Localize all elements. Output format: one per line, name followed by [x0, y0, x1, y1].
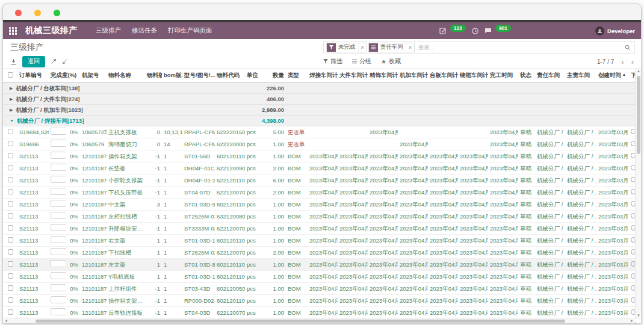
close-window-button[interactable] — [15, 10, 22, 16]
table-row[interactable]: S211130%12101187下扣线槽11ST2626M-02…6221200… — [3, 247, 640, 259]
minimize-window-button[interactable] — [34, 10, 41, 16]
column-header[interactable]: 物料名称 — [107, 69, 145, 83]
pager-prev-button[interactable]: ‹ — [621, 58, 624, 66]
expand-icon[interactable] — [51, 58, 57, 64]
row-checkbox[interactable] — [8, 153, 13, 158]
filters-button[interactable]: 筛选 — [323, 57, 342, 66]
message-count-badge[interactable]: 901 — [495, 25, 511, 32]
row-checkbox[interactable] — [8, 225, 13, 231]
progress-input[interactable] — [51, 260, 66, 267]
scroll-down-icon[interactable]: ▼ — [636, 314, 641, 317]
group-row[interactable]: ▶机械分厂 / 机加车间[1023]2,989.00 — [3, 105, 640, 116]
vertical-scrollbar[interactable]: ▲ ▼ — [635, 69, 641, 318]
edit-activity-icon[interactable] — [439, 27, 447, 34]
row-checkbox[interactable] — [8, 177, 13, 182]
progress-input[interactable] — [51, 200, 66, 207]
horizontal-scroll-thumb[interactable] — [36, 320, 565, 323]
column-header[interactable]: 数量 — [258, 69, 286, 83]
row-checkbox[interactable] — [8, 237, 13, 243]
column-header[interactable]: 类型 — [286, 69, 308, 83]
column-header[interactable]: 完成度(%) — [49, 69, 80, 83]
table-row[interactable]: S211130%12101187右支架11ST01-03D-1060212011… — [3, 235, 640, 247]
column-header[interactable]: 单位 — [245, 69, 258, 83]
search-input[interactable] — [416, 44, 624, 51]
table-row[interactable]: S211130%12101187左柜扣线槽-11ST2526M-02…63212… — [3, 211, 640, 223]
row-checkbox[interactable] — [8, 285, 13, 291]
row-checkbox[interactable] — [8, 309, 13, 315]
checkbox-icon[interactable] — [8, 72, 13, 78]
table-row[interactable]: S211130%12101187上丝杆组件-11ST03-43D60212005… — [3, 283, 640, 295]
column-header[interactable]: 绕框车间计… — [458, 69, 488, 83]
table-row[interactable]: S211130%12101187下机头压带板-11ST04-07D6221200… — [3, 187, 640, 199]
row-checkbox[interactable] — [8, 129, 13, 134]
table-row[interactable]: S19694,S20…0%1060572车…主机支撑板010,13,14RPAP… — [3, 126, 640, 138]
facet-remove-icon[interactable]: × — [406, 43, 414, 52]
chat-icon[interactable] — [485, 27, 492, 34]
progress-input[interactable] — [51, 164, 66, 171]
favorites-button[interactable]: ★ 收藏 — [381, 57, 401, 66]
progress-input[interactable] — [51, 284, 66, 291]
row-checkbox[interactable] — [8, 141, 13, 146]
progress-input[interactable] — [51, 176, 66, 183]
zoom-window-button[interactable] — [54, 10, 60, 16]
row-checkbox[interactable] — [8, 261, 13, 267]
app-title[interactable]: 机械三级排产 — [25, 25, 78, 36]
menu-print-production-code[interactable]: 打印生产码页面 — [168, 26, 212, 35]
user-menu[interactable]: Developer — [595, 26, 635, 36]
table-row[interactable]: S211130%12101187操作箱支架…-11RP000-D02-…6021… — [3, 295, 640, 307]
row-checkbox[interactable] — [8, 201, 13, 206]
activity-count-badge[interactable]: 122 — [450, 25, 466, 32]
column-header[interactable]: 责任车间 — [535, 69, 565, 83]
table-row[interactable]: S211130%12101187升降模块安…-11ST3333M-03…6221… — [3, 223, 640, 235]
progress-input[interactable] — [51, 248, 66, 255]
column-header[interactable]: 型号/图号/… — [182, 69, 215, 83]
column-header[interactable]: 机架号 — [80, 69, 107, 83]
table-row[interactable]: S211130%12101187中支架31ST01-03D-9602120110… — [3, 199, 640, 211]
progress-input[interactable] — [51, 212, 66, 219]
column-header[interactable]: 物料版本号 — [145, 69, 162, 83]
column-header[interactable]: 物料代码 — [215, 69, 245, 83]
table-row[interactable]: S211130%12101187长垫板-11DH04F-01C-…6221200… — [3, 162, 640, 175]
column-header[interactable]: 大件车间计… — [338, 69, 368, 83]
progress-input[interactable] — [51, 308, 66, 315]
export-download-icon[interactable] — [10, 58, 17, 65]
row-checkbox[interactable] — [8, 189, 13, 194]
column-header[interactable]: bom版本 — [162, 69, 182, 83]
table-row[interactable]: S211130%12101187小胶轮支撑架-11DH04F-01-236221… — [3, 175, 640, 187]
progress-input[interactable] — [51, 140, 66, 147]
apps-grid-icon[interactable] — [9, 27, 17, 35]
row-checkbox[interactable] — [8, 297, 13, 303]
table-row[interactable]: S211130%12101187左支架11ST01-03D-8602120110… — [3, 259, 640, 271]
column-header[interactable]: 创建时间 ▲ — [596, 69, 629, 83]
row-checkbox[interactable] — [8, 165, 13, 170]
horizontal-scrollbar[interactable]: ◄ ► — [3, 318, 635, 323]
column-header[interactable]: 焊接车间计… — [308, 69, 338, 83]
column-header[interactable]: 台板车间计… — [428, 69, 458, 83]
table-row[interactable]: S211130%12101187后导轨连接板-11ST04-03D6221200… — [3, 307, 640, 319]
column-header[interactable]: 精饰车间计… — [368, 69, 398, 83]
table-row[interactable]: S211130%12101187操作箱支架-11ST01-56D60212011… — [3, 150, 640, 162]
breadcrumb[interactable]: 三级排产 — [10, 42, 44, 53]
progress-input[interactable] — [51, 152, 66, 159]
groupby-button[interactable]: 分组 — [352, 57, 371, 66]
clock-icon[interactable] — [472, 28, 478, 34]
progress-input[interactable] — [51, 188, 66, 195]
progress-input[interactable] — [51, 236, 66, 243]
scroll-up-icon[interactable]: ▲ — [636, 69, 641, 73]
facet-remove-icon[interactable]: × — [358, 43, 367, 52]
menu-xiuhuo-renwu[interactable]: 修活任务 — [132, 26, 157, 35]
progress-input[interactable] — [51, 224, 66, 231]
row-checkbox[interactable] — [8, 273, 13, 279]
column-header[interactable]: 完工时间 — [488, 69, 518, 83]
vertical-scroll-thumb[interactable] — [637, 76, 640, 154]
select-all-checkbox[interactable] — [3, 69, 17, 83]
table-row[interactable]: S211130%12101187Y电机底板11ST01-03D-16B60212… — [3, 271, 640, 283]
column-header[interactable]: 订单编号 — [17, 69, 49, 83]
column-header[interactable]: 主责车间 — [565, 69, 596, 83]
scroll-right-icon[interactable]: ► — [630, 318, 634, 323]
group-row[interactable]: ▶机械分厂 / 台板车间[138]226.00 — [3, 83, 640, 94]
row-checkbox[interactable] — [8, 213, 13, 218]
column-header[interactable]: 状态 — [518, 69, 535, 83]
scroll-left-icon[interactable]: ◄ — [4, 318, 8, 323]
menu-sanji-paichan[interactable]: 三级排产 — [96, 26, 121, 35]
